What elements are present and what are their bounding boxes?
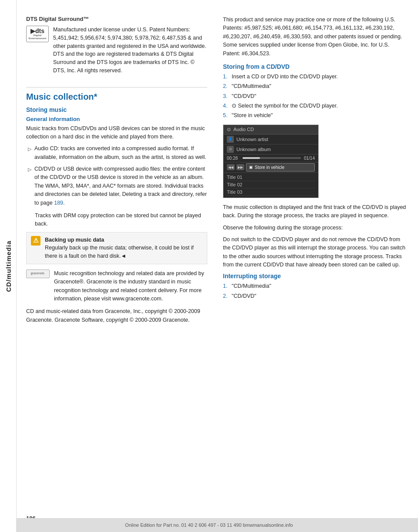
int-step-1: 1. "CD/Multimedia" — [223, 282, 408, 290]
sidebar-tab: CD/multimedia — [0, 0, 17, 532]
dts-title: DTS Digital Surround™ — [26, 16, 207, 22]
store-btn-text: Store in vehicle — [255, 165, 284, 170]
right-column: This product and service may practice on… — [217, 8, 417, 336]
step-2-text: "CD/Multimedia" — [232, 82, 271, 91]
cd-title-02: Title 02 — [227, 181, 315, 189]
bullet-item-1: ▷ Audio CD: tracks are converted into a … — [26, 145, 207, 162]
divider — [26, 87, 207, 88]
step-3-num: 3. — [223, 92, 229, 101]
int-step-2: 2. "CD/DVD" — [223, 292, 408, 300]
bullet-arrow-icon-2: ▷ — [28, 166, 31, 207]
storing-music-heading: Storing music — [26, 106, 207, 113]
bullet-item-2: ▷ CD/DVD or USB device with compressed a… — [26, 165, 207, 207]
step-2-num: 2. — [223, 82, 229, 91]
interrupting-heading: Interrupting storage — [223, 273, 408, 279]
gracenote-logo: gracenote. — [26, 269, 50, 278]
cd-progress-bar — [243, 157, 301, 159]
step-1-text: Insert a CD or DVD into the CD/DVD playe… — [232, 73, 338, 81]
sidebar-label: CD/multimedia — [4, 240, 12, 292]
cd-title-rows: Title 01 Title 02 Title 03 — [223, 173, 318, 198]
cd-next-btn[interactable]: ▶▶ — [236, 164, 244, 170]
storing-from-cd-heading: Storing from a CD/DVD — [223, 63, 408, 70]
step-3-text: "CD/DVD" — [232, 92, 256, 101]
cd-album-text: Unknown album — [236, 147, 271, 152]
cd-controls-row: ◀◀ ▶▶ ▣ Store in vehicle — [223, 162, 318, 173]
step-4-text: ⊙ Select the symbol for the CD/DVD playe… — [232, 102, 338, 110]
storing-steps-list: 1. Insert a CD or DVD into the CD/DVD pl… — [223, 73, 408, 120]
step-2: 2. "CD/Multimedia" — [223, 82, 408, 91]
bullet-arrow-icon-1: ▷ — [28, 145, 31, 162]
cd-artist-text: Unknown artist — [236, 137, 268, 142]
int-step-1-text: "CD/Multimedia" — [232, 282, 271, 290]
main-content: DTS Digital Surround™ ▶dts Digital Enter… — [17, 0, 418, 353]
general-info-intro: Music tracks from CDs/DVDs and USB devic… — [26, 125, 207, 141]
warning-box: ⚠ Backing up music data Regularly back u… — [26, 232, 207, 264]
bullet-text-1: Audio CD: tracks are converted into a co… — [34, 145, 207, 162]
page-link-189[interactable]: 189 — [54, 200, 63, 206]
gracenote-section: gracenote. Music recognition technology … — [26, 269, 207, 303]
bullet-text-2: CD/DVD or USB device with compressed aud… — [34, 165, 207, 207]
int-step-2-num: 2. — [223, 292, 229, 300]
cd-store-btn[interactable]: ▣ Store in vehicle — [246, 163, 315, 172]
step-1: 1. Insert a CD or DVD into the CD/DVD pl… — [223, 73, 408, 81]
step-4-num: 4. — [223, 102, 229, 110]
footer-text: Online Edition for Part no. 01 40 2 606 … — [125, 522, 293, 528]
step-5-text: "Store in vehicle" — [232, 111, 273, 120]
dts-inner: ▶dts Digital Entertainment Manufactured … — [26, 26, 207, 75]
drm-note: Tracks with DRM copy protection can be s… — [35, 212, 207, 229]
warning-text: Regularly back up the music data; otherw… — [45, 245, 194, 259]
cd-artist-row: 👤 Unknown artist — [223, 135, 318, 145]
step-5-num: 5. — [223, 111, 229, 120]
dts-arrow-icon: ▶dts — [30, 28, 44, 34]
gracenote-text: Music recognition technology and related… — [54, 269, 207, 303]
warning-icon: ⚠ — [31, 236, 40, 246]
dts-logo: ▶dts Digital Entertainment — [26, 26, 49, 42]
int-step-2-text: "CD/DVD" — [232, 292, 256, 300]
int-step-1-num: 1. — [223, 282, 229, 290]
album-icon: ⊙ — [227, 146, 234, 153]
left-column: DTS Digital Surround™ ▶dts Digital Enter… — [17, 8, 217, 336]
patent-text: This product and service may practice on… — [223, 16, 408, 58]
interrupting-steps-list: 1. "CD/Multimedia" 2. "CD/DVD" — [223, 282, 408, 300]
cd-title-01: Title 01 — [227, 174, 315, 181]
cd-titlebar-icon: ⊙ — [227, 127, 231, 132]
cd-title-03: Title 03 — [227, 189, 315, 196]
step-4: 4. ⊙ Select the symbol for the CD/DVD pl… — [223, 102, 408, 110]
store-icon: ▣ — [249, 165, 253, 169]
cd-player-titlebar: ⊙ Audio CD — [223, 125, 318, 135]
warning-title: Backing up music data — [45, 237, 104, 243]
cd-player-ui: ⊙ Audio CD 👤 Unknown artist ⊙ Unknown al… — [223, 125, 319, 198]
step-5: 5. "Store in vehicle" — [223, 111, 408, 120]
cd-progress-row: 00:28 01/14 — [223, 155, 318, 162]
footer-bar: Online Edition for Part no. 01 40 2 606 … — [0, 518, 418, 532]
after-store-text-2: Observe the following during the storage… — [223, 224, 408, 232]
after-store-text-3: Do not switch to the CD/DVD player and d… — [223, 236, 408, 269]
cd-prev-btn[interactable]: ◀◀ — [227, 164, 235, 170]
artist-icon: 👤 — [227, 136, 234, 143]
warning-content: Backing up music data Regularly back up … — [45, 236, 202, 260]
dts-brand-text: Digital Entertainment — [27, 34, 48, 40]
music-collection-heading: Music collection* — [26, 92, 207, 102]
cd-progress-fill — [243, 157, 260, 159]
cd-progress-time: 00:28 — [227, 156, 241, 161]
dts-section: DTS Digital Surround™ ▶dts Digital Enter… — [26, 16, 207, 75]
cd-album-row: ⊙ Unknown album — [223, 145, 318, 155]
dts-description: Manufactured under license under U.S. Pa… — [53, 26, 207, 75]
cd-titlebar-text: Audio CD — [233, 127, 254, 132]
general-information-heading: General information — [26, 116, 207, 122]
cd-track-counter: 01/14 — [303, 156, 315, 161]
gracenote-copyright: CD and music-related data from Gracenote… — [26, 307, 207, 324]
bullet-list: ▷ Audio CD: tracks are converted into a … — [26, 145, 207, 207]
step-1-num: 1. — [223, 73, 229, 81]
step-3: 3. "CD/DVD" — [223, 92, 408, 101]
after-store-text-1: The music collection is displayed and th… — [223, 203, 408, 220]
